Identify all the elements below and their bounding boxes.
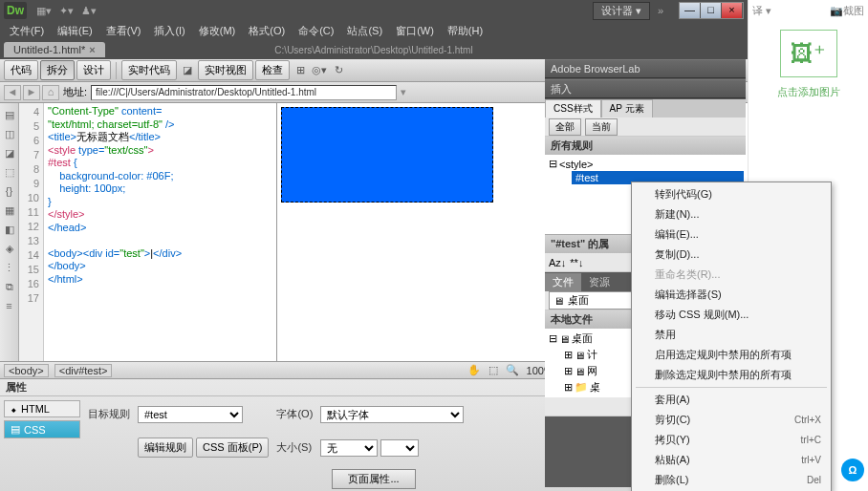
context-menu-item[interactable]: 拷贝(Y)trl+C — [632, 430, 831, 450]
address-input[interactable] — [91, 85, 397, 100]
layout-icon[interactable]: ▦▾ — [36, 5, 52, 17]
wrap-tag-icon[interactable]: ⧉ — [3, 281, 16, 294]
multiscreen-icon[interactable]: ⊞ — [292, 62, 309, 79]
ext-screenshot-tab[interactable]: 📷截图 — [830, 4, 864, 18]
assets-tab[interactable]: 资源 — [581, 273, 618, 291]
menu-format[interactable]: 格式(O) — [243, 22, 291, 40]
test-div-element[interactable] — [281, 107, 493, 203]
context-menu-item[interactable]: 移动 CSS 规则(M)... — [632, 305, 831, 325]
files-tab[interactable]: 文件 — [545, 273, 581, 291]
apply-comment-icon[interactable]: ⋮ — [3, 262, 16, 275]
menu-window[interactable]: 窗口(W) — [390, 22, 440, 40]
sort-icon[interactable]: Az↓ — [549, 257, 566, 268]
category-icon[interactable]: **↓ — [570, 257, 583, 268]
font-label: 字体(O) — [276, 407, 313, 421]
search-icon[interactable]: » — [654, 5, 667, 16]
menu-file[interactable]: 文件(F) — [4, 22, 50, 40]
menu-modify[interactable]: 修改(M) — [193, 22, 242, 40]
edit-rule-button[interactable]: 编辑规则 — [138, 438, 193, 458]
refresh-icon[interactable]: ↻ — [330, 62, 347, 79]
close-tab-icon[interactable]: × — [89, 44, 95, 55]
line-numbers-icon[interactable]: ▦ — [3, 204, 16, 218]
css-all-button[interactable]: 全部 — [549, 118, 581, 136]
menu-insert[interactable]: 插入(I) — [148, 22, 190, 40]
inspect-button[interactable]: 检查 — [255, 60, 290, 80]
context-menu-item[interactable]: 粘贴(A)trl+V — [632, 450, 831, 470]
context-menu-item[interactable]: 删除(L)Del — [632, 470, 831, 490]
size-unit-select[interactable] — [380, 439, 419, 457]
add-image-placeholder[interactable]: 🖼⁺ — [780, 30, 837, 77]
avatar[interactable]: Ω — [841, 459, 864, 481]
nav-fwd-icon[interactable]: ► — [23, 85, 40, 100]
size-select[interactable]: 无 — [320, 439, 378, 457]
tag-selector-body[interactable]: <body> — [4, 364, 49, 377]
ext-translate-tab[interactable]: 译 ▾ — [752, 4, 771, 18]
view-code-button[interactable]: 代码 — [4, 60, 38, 80]
font-select[interactable]: 默认字体 — [320, 406, 464, 423]
workspace-switcher[interactable]: 设计器 ▾ — [593, 2, 650, 20]
select-parent-icon[interactable]: ⬚ — [3, 166, 16, 180]
line-gutter: 4567891011121314151617 — [19, 103, 44, 361]
css-current-button[interactable]: 当前 — [585, 118, 618, 136]
nav-back-icon[interactable]: ◄ — [4, 85, 21, 100]
css-styles-tab[interactable]: CSS样式 — [545, 99, 601, 117]
highlight-icon[interactable]: ◧ — [3, 224, 16, 237]
code-content[interactable]: "Content-Type" content= "text/html; char… — [44, 103, 276, 361]
browserlab-panel-header[interactable]: Adobe BrowserLab — [545, 59, 746, 78]
target-rule-select[interactable]: #test — [138, 406, 243, 423]
view-design-button[interactable]: 设计 — [76, 60, 111, 80]
css-rule-context-menu: 转到代码(G)新建(N)...编辑(E)...复制(D)...重命名类(R)..… — [631, 181, 832, 491]
tag-selector-div[interactable]: <div#test> — [54, 364, 113, 377]
recent-snippets-icon[interactable]: ≡ — [3, 300, 16, 313]
browser-icon[interactable]: ◎▾ — [311, 62, 328, 79]
context-menu-item[interactable]: 转到代码(G) — [632, 184, 831, 204]
menu-edit[interactable]: 编辑(E) — [52, 22, 98, 40]
view-split-button[interactable]: 拆分 — [40, 60, 75, 80]
code-editor[interactable]: 4567891011121314151617 "Content-Type" co… — [19, 103, 277, 361]
menu-view[interactable]: 查看(V) — [100, 22, 147, 40]
style-tag-node[interactable]: ⊟<style> — [547, 157, 744, 171]
context-menu-item[interactable]: 剪切(C)Ctrl+X — [632, 410, 831, 430]
menu-help[interactable]: 帮助(H) — [442, 22, 488, 40]
add-image-caption: 点击添加图片 — [749, 85, 868, 99]
select-tool-icon[interactable]: ⬚ — [488, 364, 498, 376]
context-menu-item[interactable]: 启用选定规则中禁用的所有项 — [632, 345, 831, 365]
address-label: 地址: — [63, 85, 87, 99]
context-menu-item[interactable]: 编辑(E)... — [632, 224, 831, 245]
context-menu-item[interactable]: 新建(N)... — [632, 204, 831, 224]
zoom-tool-icon[interactable]: 🔍 — [506, 364, 519, 376]
context-menu-item[interactable]: 复制(D)... — [632, 245, 831, 265]
page-properties-button[interactable]: 页面属性... — [332, 469, 415, 489]
context-menu-item[interactable]: 禁用 — [632, 325, 831, 345]
maximize-button[interactable]: □ — [701, 3, 722, 18]
context-menu-item[interactable]: 套用(A) — [632, 390, 831, 410]
balance-braces-icon[interactable]: {} — [3, 185, 16, 199]
syntax-error-icon[interactable]: ◈ — [3, 243, 16, 256]
close-button[interactable]: × — [722, 3, 743, 18]
go-icon[interactable]: ▾ — [401, 86, 406, 98]
hand-tool-icon[interactable]: ✋ — [467, 364, 481, 376]
app-logo: Dw — [4, 2, 27, 19]
live-view-button[interactable]: 实时视图 — [198, 60, 253, 80]
insert-panel-header[interactable]: 插入 — [545, 79, 746, 98]
css-panel-button[interactable]: CSS 面板(P) — [196, 438, 269, 458]
minimize-button[interactable]: — — [680, 3, 701, 18]
css-mode-button[interactable]: ▤CSS — [4, 420, 80, 438]
extend-icon[interactable]: ✦▾ — [59, 5, 74, 17]
context-menu-item[interactable]: 删除选定规则中禁用的所有项 — [632, 365, 831, 385]
menu-commands[interactable]: 命令(C) — [293, 22, 339, 40]
document-tab[interactable]: Untitled-1.html* × — [4, 42, 105, 57]
context-menu-item[interactable]: 编辑选择器(S) — [632, 285, 831, 305]
main-menu: 文件(F) 编辑(E) 查看(V) 插入(I) 修改(M) 格式(O) 命令(C… — [0, 21, 748, 40]
live-code-button[interactable]: 实时代码 — [121, 60, 177, 80]
open-docs-icon[interactable]: ▤ — [3, 109, 16, 122]
inspect-icon[interactable]: ◪ — [179, 62, 196, 79]
collapse-icon[interactable]: ◫ — [3, 128, 16, 141]
user-icon[interactable]: ♟▾ — [81, 5, 97, 17]
nav-home-icon[interactable]: ⌂ — [42, 85, 59, 100]
menu-site[interactable]: 站点(S) — [341, 22, 388, 40]
code-tools-rail: ▤ ◫ ◪ ⬚ {} ▦ ◧ ◈ ⋮ ⧉ ≡ — [0, 103, 19, 361]
expand-icon[interactable]: ◪ — [3, 147, 16, 160]
ap-elements-tab[interactable]: AP 元素 — [601, 99, 653, 117]
html-mode-button[interactable]: ⬥HTML — [4, 400, 80, 417]
